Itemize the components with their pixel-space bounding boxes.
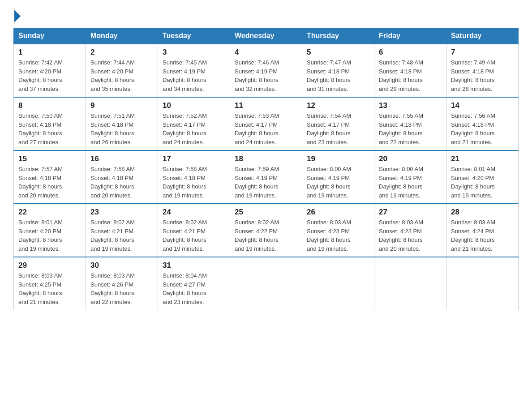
empty-cell-w4-d5 bbox=[374, 257, 446, 310]
day-number: 29 bbox=[18, 261, 81, 270]
logo-triangle-icon bbox=[14, 10, 21, 22]
day-info: Sunrise: 7:58 AMSunset: 4:18 PMDaylight:… bbox=[90, 166, 135, 199]
day-info: Sunrise: 8:03 AMSunset: 4:25 PMDaylight:… bbox=[18, 272, 63, 305]
day-number: 23 bbox=[90, 208, 153, 217]
header-monday: Monday bbox=[86, 28, 158, 44]
day-info: Sunrise: 8:02 AMSunset: 4:22 PMDaylight:… bbox=[235, 219, 279, 252]
day-cell-11: 11Sunrise: 7:53 AMSunset: 4:17 PMDayligh… bbox=[230, 97, 302, 150]
page-header bbox=[13, 9, 519, 20]
day-info: Sunrise: 8:03 AMSunset: 4:24 PMDaylight:… bbox=[451, 219, 495, 252]
week-row-4: 22Sunrise: 8:01 AMSunset: 4:20 PMDayligh… bbox=[14, 204, 519, 257]
day-number: 27 bbox=[379, 208, 442, 217]
day-number: 9 bbox=[90, 101, 153, 110]
header-wednesday: Wednesday bbox=[230, 28, 302, 44]
day-cell-13: 13Sunrise: 7:55 AMSunset: 4:18 PMDayligh… bbox=[374, 97, 446, 150]
day-number: 14 bbox=[451, 101, 514, 110]
day-cell-30: 30Sunrise: 8:03 AMSunset: 4:26 PMDayligh… bbox=[86, 257, 158, 310]
day-cell-23: 23Sunrise: 8:02 AMSunset: 4:21 PMDayligh… bbox=[86, 204, 158, 257]
day-cell-24: 24Sunrise: 8:02 AMSunset: 4:21 PMDayligh… bbox=[158, 204, 230, 257]
day-number: 8 bbox=[18, 101, 81, 110]
day-number: 25 bbox=[235, 208, 297, 217]
week-row-5: 29Sunrise: 8:03 AMSunset: 4:25 PMDayligh… bbox=[14, 257, 519, 310]
day-info: Sunrise: 7:48 AMSunset: 4:18 PMDaylight:… bbox=[379, 59, 423, 92]
day-number: 13 bbox=[379, 101, 442, 110]
header-tuesday: Tuesday bbox=[158, 28, 230, 44]
day-cell-15: 15Sunrise: 7:57 AMSunset: 4:18 PMDayligh… bbox=[14, 150, 86, 204]
week-row-1: 1Sunrise: 7:42 AMSunset: 4:20 PMDaylight… bbox=[14, 44, 519, 97]
day-info: Sunrise: 7:49 AMSunset: 4:18 PMDaylight:… bbox=[451, 59, 495, 92]
day-info: Sunrise: 7:59 AMSunset: 4:19 PMDaylight:… bbox=[235, 166, 279, 199]
day-info: Sunrise: 8:02 AMSunset: 4:21 PMDaylight:… bbox=[163, 219, 207, 252]
header-saturday: Saturday bbox=[446, 28, 519, 44]
header-sunday: Sunday bbox=[14, 28, 86, 44]
calendar-table: SundayMondayTuesdayWednesdayThursdayFrid… bbox=[13, 28, 519, 310]
day-cell-25: 25Sunrise: 8:02 AMSunset: 4:22 PMDayligh… bbox=[230, 204, 302, 257]
week-row-3: 15Sunrise: 7:57 AMSunset: 4:18 PMDayligh… bbox=[14, 150, 519, 204]
day-number: 26 bbox=[307, 208, 369, 217]
day-info: Sunrise: 7:58 AMSunset: 4:18 PMDaylight:… bbox=[163, 166, 207, 199]
header-thursday: Thursday bbox=[302, 28, 374, 44]
day-info: Sunrise: 8:00 AMSunset: 4:19 PMDaylight:… bbox=[307, 166, 351, 199]
day-info: Sunrise: 7:56 AMSunset: 4:18 PMDaylight:… bbox=[451, 112, 495, 146]
day-info: Sunrise: 8:01 AMSunset: 4:20 PMDaylight:… bbox=[18, 219, 63, 252]
day-info: Sunrise: 7:51 AMSunset: 4:18 PMDaylight:… bbox=[90, 112, 135, 146]
day-info: Sunrise: 8:00 AMSunset: 4:19 PMDaylight:… bbox=[379, 166, 423, 199]
day-cell-12: 12Sunrise: 7:54 AMSunset: 4:17 PMDayligh… bbox=[302, 97, 374, 150]
day-cell-3: 3Sunrise: 7:45 AMSunset: 4:19 PMDaylight… bbox=[158, 44, 230, 97]
day-cell-27: 27Sunrise: 8:03 AMSunset: 4:23 PMDayligh… bbox=[374, 204, 446, 257]
day-number: 19 bbox=[307, 154, 369, 163]
day-cell-9: 9Sunrise: 7:51 AMSunset: 4:18 PMDaylight… bbox=[86, 97, 158, 150]
day-number: 2 bbox=[90, 48, 153, 57]
day-cell-22: 22Sunrise: 8:01 AMSunset: 4:20 PMDayligh… bbox=[14, 204, 86, 257]
empty-cell-w4-d3 bbox=[230, 257, 302, 310]
day-info: Sunrise: 7:55 AMSunset: 4:18 PMDaylight:… bbox=[379, 112, 423, 146]
day-cell-10: 10Sunrise: 7:52 AMSunset: 4:17 PMDayligh… bbox=[158, 97, 230, 150]
day-info: Sunrise: 7:54 AMSunset: 4:17 PMDaylight:… bbox=[307, 112, 351, 146]
day-info: Sunrise: 8:04 AMSunset: 4:27 PMDaylight:… bbox=[163, 272, 207, 305]
day-info: Sunrise: 8:03 AMSunset: 4:26 PMDaylight:… bbox=[90, 272, 135, 305]
day-number: 28 bbox=[451, 208, 514, 217]
day-number: 1 bbox=[18, 48, 81, 57]
day-cell-2: 2Sunrise: 7:44 AMSunset: 4:20 PMDaylight… bbox=[86, 44, 158, 97]
day-cell-21: 21Sunrise: 8:01 AMSunset: 4:20 PMDayligh… bbox=[446, 150, 519, 204]
day-number: 31 bbox=[163, 261, 225, 270]
day-number: 18 bbox=[235, 154, 297, 163]
day-info: Sunrise: 7:46 AMSunset: 4:19 PMDaylight:… bbox=[235, 59, 279, 92]
empty-cell-w4-d4 bbox=[302, 257, 374, 310]
day-number: 21 bbox=[451, 154, 514, 163]
day-cell-14: 14Sunrise: 7:56 AMSunset: 4:18 PMDayligh… bbox=[446, 97, 519, 150]
day-cell-4: 4Sunrise: 7:46 AMSunset: 4:19 PMDaylight… bbox=[230, 44, 302, 97]
day-cell-6: 6Sunrise: 7:48 AMSunset: 4:18 PMDaylight… bbox=[374, 44, 446, 97]
day-info: Sunrise: 8:02 AMSunset: 4:21 PMDaylight:… bbox=[90, 219, 135, 252]
day-cell-31: 31Sunrise: 8:04 AMSunset: 4:27 PMDayligh… bbox=[158, 257, 230, 310]
empty-cell-w4-d6 bbox=[446, 257, 519, 310]
day-cell-7: 7Sunrise: 7:49 AMSunset: 4:18 PMDaylight… bbox=[446, 44, 519, 97]
day-cell-26: 26Sunrise: 8:03 AMSunset: 4:23 PMDayligh… bbox=[302, 204, 374, 257]
day-number: 24 bbox=[163, 208, 225, 217]
day-info: Sunrise: 8:03 AMSunset: 4:23 PMDaylight:… bbox=[307, 219, 351, 252]
day-cell-8: 8Sunrise: 7:50 AMSunset: 4:18 PMDaylight… bbox=[14, 97, 86, 150]
day-cell-19: 19Sunrise: 8:00 AMSunset: 4:19 PMDayligh… bbox=[302, 150, 374, 204]
day-number: 6 bbox=[379, 48, 442, 57]
day-info: Sunrise: 7:52 AMSunset: 4:17 PMDaylight:… bbox=[163, 112, 207, 146]
day-cell-29: 29Sunrise: 8:03 AMSunset: 4:25 PMDayligh… bbox=[14, 257, 86, 310]
day-info: Sunrise: 7:44 AMSunset: 4:20 PMDaylight:… bbox=[90, 59, 135, 92]
day-number: 4 bbox=[235, 48, 297, 57]
day-cell-5: 5Sunrise: 7:47 AMSunset: 4:18 PMDaylight… bbox=[302, 44, 374, 97]
day-number: 12 bbox=[307, 101, 369, 110]
day-number: 5 bbox=[307, 48, 369, 57]
day-info: Sunrise: 8:03 AMSunset: 4:23 PMDaylight:… bbox=[379, 219, 423, 252]
day-cell-1: 1Sunrise: 7:42 AMSunset: 4:20 PMDaylight… bbox=[14, 44, 86, 97]
day-number: 15 bbox=[18, 154, 81, 163]
header-friday: Friday bbox=[374, 28, 446, 44]
day-cell-17: 17Sunrise: 7:58 AMSunset: 4:18 PMDayligh… bbox=[158, 150, 230, 204]
day-info: Sunrise: 7:57 AMSunset: 4:18 PMDaylight:… bbox=[18, 166, 63, 199]
day-number: 11 bbox=[235, 101, 297, 110]
day-cell-28: 28Sunrise: 8:03 AMSunset: 4:24 PMDayligh… bbox=[446, 204, 519, 257]
day-number: 17 bbox=[163, 154, 225, 163]
day-info: Sunrise: 7:45 AMSunset: 4:19 PMDaylight:… bbox=[163, 59, 207, 92]
day-info: Sunrise: 8:01 AMSunset: 4:20 PMDaylight:… bbox=[451, 166, 495, 199]
day-number: 10 bbox=[163, 101, 225, 110]
day-cell-18: 18Sunrise: 7:59 AMSunset: 4:19 PMDayligh… bbox=[230, 150, 302, 204]
calendar-header-row: SundayMondayTuesdayWednesdayThursdayFrid… bbox=[14, 28, 519, 44]
